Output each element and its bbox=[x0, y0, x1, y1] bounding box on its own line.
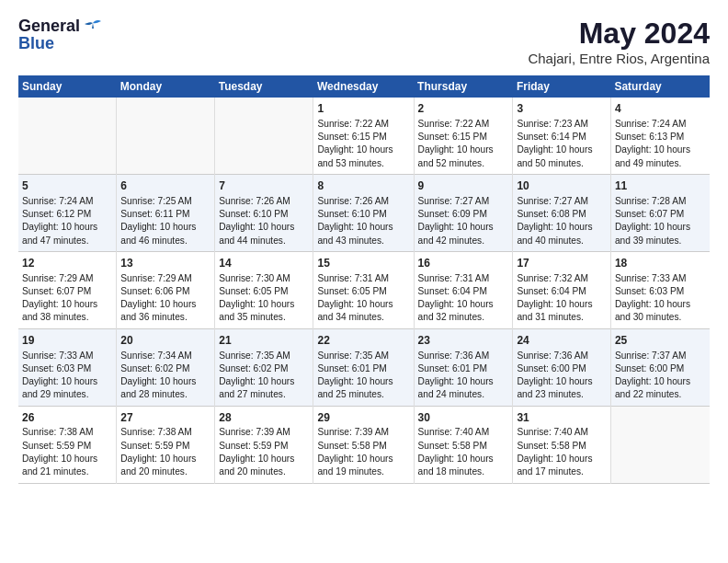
cell-content: Sunset: 5:58 PM bbox=[317, 440, 409, 453]
day-number: 22 bbox=[317, 333, 409, 349]
cell-content: Sunrise: 7:38 AM bbox=[120, 426, 210, 439]
table-row bbox=[18, 98, 117, 174]
cell-content: Sunrise: 7:31 AM bbox=[418, 272, 509, 285]
cell-content: Sunrise: 7:22 AM bbox=[317, 118, 409, 131]
page-container: General Blue May 2024 Chajari, Entre Rio… bbox=[0, 0, 728, 493]
table-row: 28Sunrise: 7:39 AMSunset: 5:59 PMDayligh… bbox=[215, 406, 313, 483]
table-row: 4Sunrise: 7:24 AMSunset: 6:13 PMDaylight… bbox=[610, 98, 710, 174]
cell-content: Daylight: 10 hours bbox=[615, 375, 706, 388]
cell-content: Daylight: 10 hours bbox=[219, 221, 309, 234]
logo: General Blue bbox=[18, 17, 102, 53]
location: Chajari, Entre Rios, Argentina bbox=[528, 51, 710, 66]
cell-content: and 34 minutes. bbox=[317, 311, 409, 324]
cell-content: Sunset: 5:58 PM bbox=[517, 440, 606, 453]
cell-content: Daylight: 10 hours bbox=[120, 221, 210, 234]
day-number: 28 bbox=[219, 410, 309, 426]
day-number: 3 bbox=[517, 101, 606, 117]
table-row: 5Sunrise: 7:24 AMSunset: 6:12 PMDaylight… bbox=[18, 174, 117, 251]
col-thursday: Thursday bbox=[414, 75, 513, 98]
cell-content: Sunset: 6:11 PM bbox=[120, 208, 210, 221]
cell-content: and 20 minutes. bbox=[219, 465, 309, 478]
cell-content: Daylight: 10 hours bbox=[22, 298, 112, 311]
cell-content: Sunrise: 7:29 AM bbox=[120, 272, 210, 285]
cell-content: and 40 minutes. bbox=[517, 235, 606, 247]
cell-content: and 50 minutes. bbox=[517, 157, 606, 170]
cell-content: Sunset: 6:05 PM bbox=[317, 285, 409, 298]
cell-content: Sunrise: 7:32 AM bbox=[517, 272, 606, 285]
cell-content: Daylight: 10 hours bbox=[418, 375, 509, 388]
cell-content: Sunset: 6:00 PM bbox=[517, 362, 606, 375]
cell-content: Sunset: 6:10 PM bbox=[317, 208, 409, 221]
calendar-week-row: 19Sunrise: 7:33 AMSunset: 6:03 PMDayligh… bbox=[18, 328, 710, 406]
cell-content: Daylight: 10 hours bbox=[317, 221, 409, 234]
table-row: 23Sunrise: 7:36 AMSunset: 6:01 PMDayligh… bbox=[414, 328, 513, 406]
day-number: 11 bbox=[615, 178, 706, 194]
day-number: 16 bbox=[418, 256, 509, 271]
cell-content: and 23 minutes. bbox=[517, 388, 606, 401]
cell-content: Sunrise: 7:30 AM bbox=[219, 272, 309, 285]
cell-content: Daylight: 10 hours bbox=[219, 375, 309, 388]
day-number: 15 bbox=[317, 256, 409, 271]
cell-content: and 53 minutes. bbox=[317, 157, 409, 170]
cell-content: Daylight: 10 hours bbox=[418, 453, 509, 465]
header: General Blue May 2024 Chajari, Entre Rio… bbox=[18, 17, 710, 66]
cell-content: Sunrise: 7:27 AM bbox=[517, 195, 606, 208]
cell-content: Sunset: 6:04 PM bbox=[418, 285, 509, 298]
cell-content: Sunrise: 7:22 AM bbox=[418, 118, 509, 131]
cell-content: Sunrise: 7:23 AM bbox=[517, 118, 606, 131]
cell-content: and 43 minutes. bbox=[317, 235, 409, 247]
day-number: 19 bbox=[22, 333, 112, 349]
col-sunday: Sunday bbox=[18, 75, 117, 98]
cell-content: Sunset: 6:02 PM bbox=[219, 362, 309, 375]
cell-content: Sunrise: 7:34 AM bbox=[120, 350, 210, 362]
cell-content: Sunrise: 7:40 AM bbox=[517, 426, 606, 439]
cell-content: Sunset: 6:08 PM bbox=[517, 208, 606, 221]
day-number: 6 bbox=[120, 178, 210, 194]
calendar-week-row: 26Sunrise: 7:38 AMSunset: 5:59 PMDayligh… bbox=[18, 406, 710, 483]
day-number: 13 bbox=[120, 256, 210, 271]
table-row: 19Sunrise: 7:33 AMSunset: 6:03 PMDayligh… bbox=[18, 328, 117, 406]
cell-content: and 31 minutes. bbox=[517, 311, 606, 324]
calendar-week-row: 1Sunrise: 7:22 AMSunset: 6:15 PMDaylight… bbox=[18, 98, 710, 174]
table-row: 25Sunrise: 7:37 AMSunset: 6:00 PMDayligh… bbox=[610, 328, 710, 406]
table-row: 16Sunrise: 7:31 AMSunset: 6:04 PMDayligh… bbox=[414, 251, 513, 328]
logo-general: General bbox=[18, 17, 80, 36]
cell-content: Daylight: 10 hours bbox=[317, 144, 409, 156]
day-number: 25 bbox=[615, 333, 706, 349]
cell-content: and 19 minutes. bbox=[317, 465, 409, 478]
cell-content: and 24 minutes. bbox=[418, 388, 509, 401]
logo-blue: Blue bbox=[18, 34, 54, 53]
table-row: 7Sunrise: 7:26 AMSunset: 6:10 PMDaylight… bbox=[215, 174, 313, 251]
cell-content: and 36 minutes. bbox=[120, 311, 210, 324]
table-row: 30Sunrise: 7:40 AMSunset: 5:58 PMDayligh… bbox=[414, 406, 513, 483]
day-number: 1 bbox=[317, 101, 409, 117]
cell-content: Sunset: 6:06 PM bbox=[120, 285, 210, 298]
cell-content: and 35 minutes. bbox=[219, 311, 309, 324]
day-number: 4 bbox=[615, 101, 706, 117]
cell-content: Sunrise: 7:36 AM bbox=[418, 350, 509, 362]
cell-content: Daylight: 10 hours bbox=[120, 298, 210, 311]
cell-content: and 44 minutes. bbox=[219, 235, 309, 247]
cell-content: Daylight: 10 hours bbox=[317, 298, 409, 311]
table-row: 10Sunrise: 7:27 AMSunset: 6:08 PMDayligh… bbox=[513, 174, 610, 251]
cell-content: Daylight: 10 hours bbox=[317, 453, 409, 465]
cell-content: Sunrise: 7:40 AM bbox=[418, 426, 509, 439]
cell-content: Daylight: 10 hours bbox=[317, 375, 409, 388]
cell-content: and 22 minutes. bbox=[615, 388, 706, 401]
cell-content: Sunrise: 7:26 AM bbox=[317, 195, 409, 208]
cell-content: Sunrise: 7:31 AM bbox=[317, 272, 409, 285]
table-row: 21Sunrise: 7:35 AMSunset: 6:02 PMDayligh… bbox=[215, 328, 313, 406]
cell-content: Sunrise: 7:26 AM bbox=[219, 195, 309, 208]
day-number: 26 bbox=[22, 410, 112, 426]
cell-content: Sunrise: 7:24 AM bbox=[615, 118, 706, 131]
col-wednesday: Wednesday bbox=[313, 75, 414, 98]
day-number: 27 bbox=[120, 410, 210, 426]
cell-content: Daylight: 10 hours bbox=[418, 221, 509, 234]
cell-content: Sunrise: 7:33 AM bbox=[615, 272, 706, 285]
day-number: 7 bbox=[219, 178, 309, 194]
cell-content: Sunrise: 7:38 AM bbox=[22, 426, 112, 439]
cell-content: and 20 minutes. bbox=[120, 465, 210, 478]
day-number: 31 bbox=[517, 410, 606, 426]
cell-content: Sunset: 5:59 PM bbox=[219, 440, 309, 453]
cell-content: Daylight: 10 hours bbox=[615, 298, 706, 311]
